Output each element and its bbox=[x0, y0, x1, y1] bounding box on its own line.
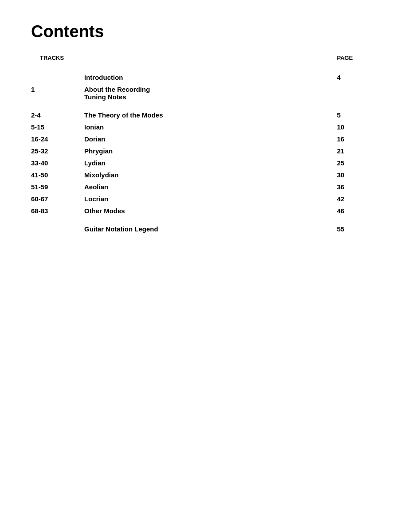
cell-tracks: 68-83 bbox=[31, 205, 84, 217]
header-title-spacer bbox=[84, 55, 337, 65]
cell-tracks bbox=[31, 223, 84, 235]
cell-page: 42 bbox=[337, 193, 372, 205]
table-row: Introduction4 bbox=[31, 71, 372, 83]
cell-tracks bbox=[31, 71, 84, 83]
table-body: Introduction41About the RecordingTuning … bbox=[31, 65, 372, 235]
cell-page: 10 bbox=[337, 121, 372, 133]
cell-title: Locrian bbox=[84, 193, 337, 205]
cell-title: About the RecordingTuning Notes bbox=[84, 83, 337, 103]
table-row: 33-40Lydian25 bbox=[31, 157, 372, 169]
cell-title: Ionian bbox=[84, 121, 337, 133]
cell-title: Dorian bbox=[84, 133, 337, 145]
cell-title: Aeolian bbox=[84, 181, 337, 193]
page-title: Contents bbox=[31, 22, 372, 41]
spacer-row bbox=[31, 103, 372, 109]
cell-page: 30 bbox=[337, 169, 372, 181]
cell-title: Other Modes bbox=[84, 205, 337, 217]
header-tracks: TRACKS bbox=[31, 55, 84, 65]
cell-page: 16 bbox=[337, 133, 372, 145]
cell-page: 4 bbox=[337, 71, 372, 83]
table-row: 1About the RecordingTuning Notes bbox=[31, 83, 372, 103]
cell-page: 5 bbox=[337, 109, 372, 121]
cell-tracks: 51-59 bbox=[31, 181, 84, 193]
cell-tracks: 25-32 bbox=[31, 145, 84, 157]
table-row: 41-50Mixolydian30 bbox=[31, 169, 372, 181]
table-row: 16-24Dorian16 bbox=[31, 133, 372, 145]
cell-tracks: 2-4 bbox=[31, 109, 84, 121]
spacer-row bbox=[31, 217, 372, 223]
header-page: PAGE bbox=[337, 55, 372, 65]
cell-title: Phrygian bbox=[84, 145, 337, 157]
cell-title: The Theory of the Modes bbox=[84, 109, 337, 121]
cell-tracks: 16-24 bbox=[31, 133, 84, 145]
cell-page: 21 bbox=[337, 145, 372, 157]
cell-tracks: 33-40 bbox=[31, 157, 84, 169]
cell-title: Lydian bbox=[84, 157, 337, 169]
table-row: 25-32Phrygian21 bbox=[31, 145, 372, 157]
table-row: Guitar Notation Legend55 bbox=[31, 223, 372, 235]
table-row: 51-59Aeolian36 bbox=[31, 181, 372, 193]
table-header: TRACKS PAGE bbox=[31, 55, 372, 65]
cell-tracks: 5-15 bbox=[31, 121, 84, 133]
cell-title: Introduction bbox=[84, 71, 337, 83]
table-row: 5-15Ionian10 bbox=[31, 121, 372, 133]
cell-tracks: 1 bbox=[31, 83, 84, 103]
cell-tracks: 60-67 bbox=[31, 193, 84, 205]
page: Contents TRACKS PAGE Introduction41About… bbox=[0, 0, 399, 532]
cell-page: 55 bbox=[337, 223, 372, 235]
cell-tracks: 41-50 bbox=[31, 169, 84, 181]
cell-page: 36 bbox=[337, 181, 372, 193]
spacer-row bbox=[31, 65, 372, 71]
table-row: 60-67Locrian42 bbox=[31, 193, 372, 205]
cell-page: 46 bbox=[337, 205, 372, 217]
table-row: 68-83Other Modes46 bbox=[31, 205, 372, 217]
table-row: 2-4The Theory of the Modes5 bbox=[31, 109, 372, 121]
cell-title: Mixolydian bbox=[84, 169, 337, 181]
cell-page bbox=[337, 83, 372, 103]
cell-title: Guitar Notation Legend bbox=[84, 223, 337, 235]
contents-table: TRACKS PAGE Introduction41About the Reco… bbox=[31, 55, 372, 235]
cell-page: 25 bbox=[337, 157, 372, 169]
